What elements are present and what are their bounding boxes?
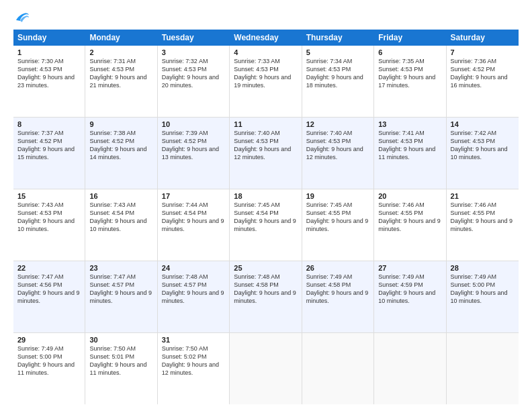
day-cell-25: 25Sunrise: 7:48 AMSunset: 4:58 PMDayligh…: [230, 261, 302, 332]
day-info: Sunrise: 7:38 AMSunset: 4:52 PMDaylight:…: [89, 129, 152, 162]
logo-bird-icon: [15, 11, 30, 23]
header-day-monday: Monday: [85, 30, 157, 46]
day-info: Sunrise: 7:43 AMSunset: 4:54 PMDaylight:…: [89, 201, 152, 234]
day-cell-14: 14Sunrise: 7:42 AMSunset: 4:53 PMDayligh…: [447, 118, 519, 189]
day-cell-15: 15Sunrise: 7:43 AMSunset: 4:53 PMDayligh…: [13, 189, 85, 261]
day-cell-2: 2Sunrise: 7:31 AMSunset: 4:53 PMDaylight…: [85, 46, 157, 117]
day-cell-1: 1Sunrise: 7:30 AMSunset: 4:53 PMDaylight…: [13, 46, 85, 117]
day-info: Sunrise: 7:43 AMSunset: 4:53 PMDaylight:…: [17, 201, 81, 234]
day-info: Sunrise: 7:34 AMSunset: 4:53 PMDaylight:…: [306, 57, 369, 90]
calendar-week-1: 1Sunrise: 7:30 AMSunset: 4:53 PMDaylight…: [13, 46, 519, 118]
day-cell-18: 18Sunrise: 7:45 AMSunset: 4:54 PMDayligh…: [230, 189, 302, 261]
header-day-saturday: Saturday: [447, 30, 519, 46]
logo-text: [13, 11, 30, 23]
calendar-week-2: 8Sunrise: 7:37 AMSunset: 4:52 PMDaylight…: [13, 118, 519, 189]
day-cell-16: 16Sunrise: 7:43 AMSunset: 4:54 PMDayligh…: [85, 189, 157, 261]
day-info: Sunrise: 7:40 AMSunset: 4:53 PMDaylight:…: [234, 129, 297, 162]
day-number: 9: [89, 120, 152, 128]
day-cell-9: 9Sunrise: 7:38 AMSunset: 4:52 PMDaylight…: [85, 118, 157, 189]
day-cell-28: 28Sunrise: 7:49 AMSunset: 5:00 PMDayligh…: [447, 261, 519, 332]
day-number: 22: [17, 264, 81, 272]
day-cell-empty-4-4: [302, 333, 374, 404]
day-number: 24: [162, 264, 225, 272]
day-cell-5: 5Sunrise: 7:34 AMSunset: 4:53 PMDaylight…: [302, 46, 374, 117]
day-cell-11: 11Sunrise: 7:40 AMSunset: 4:53 PMDayligh…: [230, 118, 302, 189]
day-number: 8: [17, 120, 81, 128]
calendar-week-3: 15Sunrise: 7:43 AMSunset: 4:53 PMDayligh…: [13, 189, 519, 261]
day-cell-12: 12Sunrise: 7:40 AMSunset: 4:53 PMDayligh…: [302, 118, 374, 189]
day-cell-23: 23Sunrise: 7:47 AMSunset: 4:57 PMDayligh…: [85, 261, 157, 332]
day-info: Sunrise: 7:46 AMSunset: 4:55 PMDaylight:…: [378, 201, 441, 234]
day-number: 15: [17, 192, 81, 200]
day-cell-21: 21Sunrise: 7:46 AMSunset: 4:55 PMDayligh…: [447, 189, 519, 261]
day-number: 18: [234, 192, 297, 200]
day-info: Sunrise: 7:49 AMSunset: 5:00 PMDaylight:…: [17, 345, 81, 377]
calendar-week-5: 29Sunrise: 7:49 AMSunset: 5:00 PMDayligh…: [13, 333, 519, 404]
day-info: Sunrise: 7:35 AMSunset: 4:53 PMDaylight:…: [378, 57, 441, 90]
day-cell-empty-4-5: [374, 333, 446, 404]
day-cell-31: 31Sunrise: 7:50 AMSunset: 5:02 PMDayligh…: [158, 333, 230, 404]
day-info: Sunrise: 7:41 AMSunset: 4:53 PMDaylight:…: [378, 129, 441, 162]
day-cell-8: 8Sunrise: 7:37 AMSunset: 4:52 PMDaylight…: [13, 118, 85, 189]
day-cell-30: 30Sunrise: 7:50 AMSunset: 5:01 PMDayligh…: [85, 333, 157, 404]
day-info: Sunrise: 7:46 AMSunset: 4:55 PMDaylight:…: [451, 201, 515, 234]
day-number: 19: [306, 192, 369, 200]
day-number: 12: [306, 120, 369, 128]
day-cell-29: 29Sunrise: 7:49 AMSunset: 5:00 PMDayligh…: [13, 333, 85, 404]
day-number: 31: [162, 336, 225, 344]
day-info: Sunrise: 7:47 AMSunset: 4:57 PMDaylight:…: [89, 273, 152, 306]
day-info: Sunrise: 7:37 AMSunset: 4:52 PMDaylight:…: [17, 129, 81, 162]
day-cell-22: 22Sunrise: 7:47 AMSunset: 4:56 PMDayligh…: [13, 261, 85, 332]
day-number: 13: [378, 120, 441, 128]
day-number: 14: [451, 120, 515, 128]
day-info: Sunrise: 7:36 AMSunset: 4:52 PMDaylight:…: [451, 57, 515, 90]
day-number: 2: [89, 48, 152, 56]
day-info: Sunrise: 7:49 AMSunset: 4:58 PMDaylight:…: [306, 273, 369, 306]
day-number: 5: [306, 48, 369, 56]
day-info: Sunrise: 7:39 AMSunset: 4:52 PMDaylight:…: [162, 129, 225, 162]
day-number: 11: [234, 120, 297, 128]
header-day-friday: Friday: [374, 30, 446, 46]
day-number: 6: [378, 48, 441, 56]
day-cell-7: 7Sunrise: 7:36 AMSunset: 4:52 PMDaylight…: [447, 46, 519, 117]
day-info: Sunrise: 7:33 AMSunset: 4:53 PMDaylight:…: [234, 57, 297, 90]
day-info: Sunrise: 7:32 AMSunset: 4:53 PMDaylight:…: [162, 57, 225, 90]
day-cell-24: 24Sunrise: 7:48 AMSunset: 4:57 PMDayligh…: [158, 261, 230, 332]
day-cell-3: 3Sunrise: 7:32 AMSunset: 4:53 PMDaylight…: [158, 46, 230, 117]
day-info: Sunrise: 7:45 AMSunset: 4:55 PMDaylight:…: [306, 201, 369, 234]
day-number: 26: [306, 264, 369, 272]
day-cell-empty-4-6: [447, 333, 519, 404]
logo: [13, 11, 30, 23]
day-info: Sunrise: 7:42 AMSunset: 4:53 PMDaylight:…: [451, 129, 515, 162]
day-cell-19: 19Sunrise: 7:45 AMSunset: 4:55 PMDayligh…: [302, 189, 374, 261]
day-number: 21: [451, 192, 515, 200]
day-info: Sunrise: 7:50 AMSunset: 5:01 PMDaylight:…: [89, 345, 152, 377]
day-info: Sunrise: 7:49 AMSunset: 4:59 PMDaylight:…: [378, 273, 441, 306]
day-number: 7: [451, 48, 515, 56]
day-number: 28: [451, 264, 515, 272]
header-day-wednesday: Wednesday: [230, 30, 302, 46]
day-cell-empty-4-3: [230, 333, 302, 404]
day-number: 10: [162, 120, 225, 128]
day-info: Sunrise: 7:50 AMSunset: 5:02 PMDaylight:…: [162, 345, 225, 377]
day-cell-6: 6Sunrise: 7:35 AMSunset: 4:53 PMDaylight…: [374, 46, 446, 117]
day-number: 1: [17, 48, 81, 56]
day-cell-13: 13Sunrise: 7:41 AMSunset: 4:53 PMDayligh…: [374, 118, 446, 189]
day-info: Sunrise: 7:47 AMSunset: 4:56 PMDaylight:…: [17, 273, 81, 306]
day-cell-4: 4Sunrise: 7:33 AMSunset: 4:53 PMDaylight…: [230, 46, 302, 117]
day-info: Sunrise: 7:48 AMSunset: 4:58 PMDaylight:…: [234, 273, 297, 306]
header-day-sunday: Sunday: [13, 30, 85, 46]
day-info: Sunrise: 7:30 AMSunset: 4:53 PMDaylight:…: [17, 57, 81, 90]
day-number: 25: [234, 264, 297, 272]
day-number: 20: [378, 192, 441, 200]
page: SundayMondayTuesdayWednesdayThursdayFrid…: [0, 0, 532, 411]
day-number: 29: [17, 336, 81, 344]
calendar-body: 1Sunrise: 7:30 AMSunset: 4:53 PMDaylight…: [13, 46, 519, 404]
header-day-tuesday: Tuesday: [158, 30, 230, 46]
day-cell-17: 17Sunrise: 7:44 AMSunset: 4:54 PMDayligh…: [158, 189, 230, 261]
calendar-header: SundayMondayTuesdayWednesdayThursdayFrid…: [13, 30, 519, 46]
day-number: 3: [162, 48, 225, 56]
day-number: 30: [89, 336, 152, 344]
calendar-week-4: 22Sunrise: 7:47 AMSunset: 4:56 PMDayligh…: [13, 261, 519, 333]
day-info: Sunrise: 7:44 AMSunset: 4:54 PMDaylight:…: [162, 201, 225, 234]
